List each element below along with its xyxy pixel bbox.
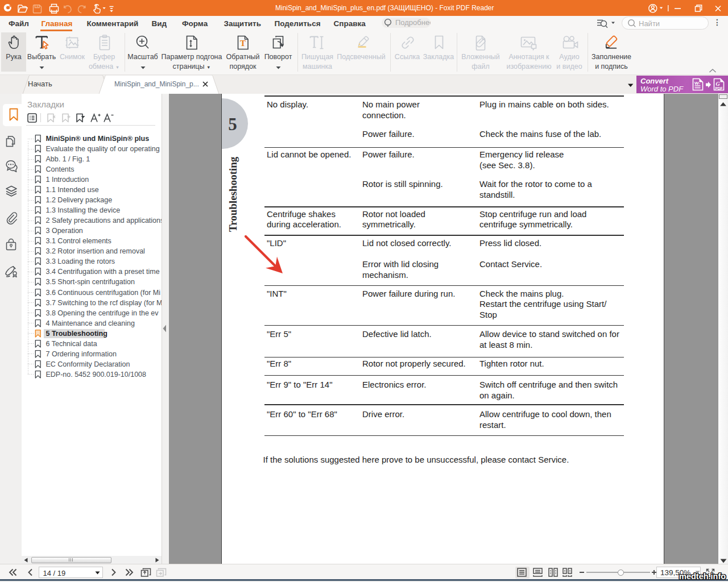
svg-text:PDF: PDF: [715, 86, 723, 90]
svg-text:G: G: [716, 81, 721, 87]
svg-text:T: T: [240, 39, 246, 48]
svg-text:W-: W-: [694, 81, 700, 86]
